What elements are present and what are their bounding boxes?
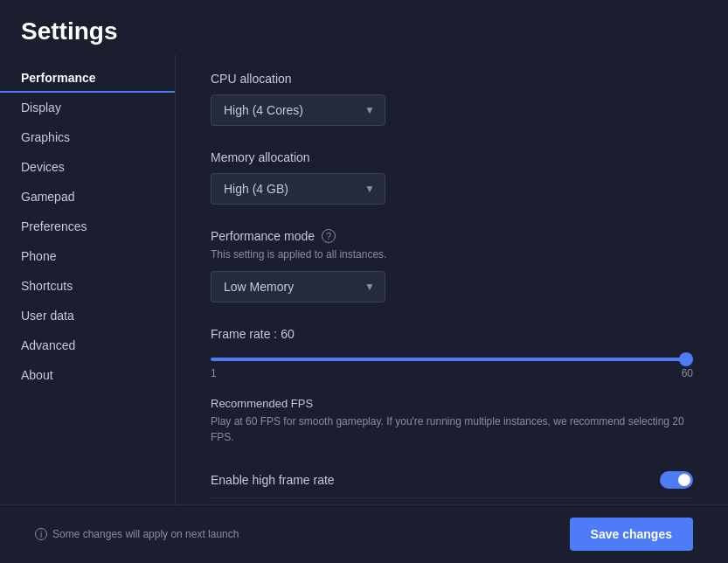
cpu-allocation-select[interactable]: Low (1 Core) Medium (2 Cores) High (4 Co…	[211, 94, 385, 126]
sidebar-item-shortcuts[interactable]: Shortcuts	[0, 271, 175, 301]
save-button[interactable]: Save changes	[570, 518, 693, 551]
sidebar-item-performance[interactable]: Performance	[0, 63, 175, 93]
sidebar-item-devices[interactable]: Devices	[0, 152, 175, 182]
performance-mode-subtext: This setting is applied to all instances…	[211, 248, 693, 261]
frame-rate-slider[interactable]	[211, 358, 693, 361]
slider-max-label: 60	[682, 367, 693, 379]
toggles-section: Enable high frame rate Enable VSync (to …	[211, 462, 693, 504]
header: Settings	[0, 0, 728, 54]
frame-rate-value: 60	[281, 327, 295, 341]
sidebar-item-about[interactable]: About	[0, 360, 175, 390]
toggle-row-vsync: Enable VSync (to prevent screen tearing)	[211, 498, 693, 504]
sidebar-item-phone[interactable]: Phone	[0, 241, 175, 271]
frame-rate-section: Frame rate : 60 1 60	[211, 327, 693, 379]
sidebar-item-advanced[interactable]: Advanced	[0, 330, 175, 360]
main-layout: Performance Display Graphics Devices Gam…	[0, 54, 728, 504]
performance-mode-help-icon[interactable]: ?	[322, 229, 336, 243]
memory-allocation-section: Memory allocation Low (1 GB) Medium (2 G…	[211, 150, 693, 205]
footer-note-text: Some changes will apply on next launch	[52, 528, 239, 540]
info-icon: i	[35, 528, 47, 540]
performance-mode-section: Performance mode ? This setting is appli…	[211, 229, 693, 302]
footer-note: i Some changes will apply on next launch	[35, 528, 239, 540]
slider-minmax: 1 60	[211, 367, 693, 379]
toggle-high-frame-rate[interactable]	[660, 471, 693, 489]
fps-rec-desc: Play at 60 FPS for smooth gameplay. If y…	[211, 414, 693, 445]
memory-allocation-select[interactable]: Low (1 GB) Medium (2 GB) High (4 GB) Ult…	[211, 173, 385, 205]
performance-mode-header: Performance mode ?	[211, 229, 693, 243]
cpu-allocation-section: CPU allocation Low (1 Core) Medium (2 Co…	[211, 72, 693, 126]
frame-rate-slider-container	[211, 350, 693, 364]
sidebar: Performance Display Graphics Devices Gam…	[0, 54, 175, 504]
cpu-allocation-select-wrapper: Low (1 Core) Medium (2 Cores) High (4 Co…	[211, 94, 385, 126]
performance-mode-select-wrapper: Low Memory Balanced High Performance ▼	[211, 271, 385, 302]
app-title: Settings	[21, 17, 707, 45]
sidebar-item-display[interactable]: Display	[0, 93, 175, 122]
frame-rate-label-prefix: Frame rate :	[211, 327, 281, 341]
sidebar-item-gamepad[interactable]: Gamepad	[0, 182, 175, 212]
app-container: Settings Performance Display Graphics De…	[0, 0, 728, 563]
performance-mode-select[interactable]: Low Memory Balanced High Performance	[211, 271, 385, 302]
sidebar-item-graphics[interactable]: Graphics	[0, 122, 175, 152]
memory-allocation-label: Memory allocation	[211, 150, 693, 164]
memory-allocation-select-wrapper: Low (1 GB) Medium (2 GB) High (4 GB) Ult…	[211, 173, 385, 205]
sidebar-item-preferences[interactable]: Preferences	[0, 212, 175, 241]
fps-recommendation: Recommended FPS Play at 60 FPS for smoot…	[211, 397, 693, 445]
slider-min-label: 1	[211, 367, 217, 379]
toggle-row-high-frame-rate: Enable high frame rate	[211, 462, 693, 498]
sidebar-item-user-data[interactable]: User data	[0, 301, 175, 330]
footer: i Some changes will apply on next launch…	[0, 504, 728, 563]
performance-mode-label: Performance mode	[211, 229, 315, 243]
frame-rate-label: Frame rate : 60	[211, 327, 693, 341]
fps-rec-title: Recommended FPS	[211, 397, 693, 410]
content-area: CPU allocation Low (1 Core) Medium (2 Co…	[175, 54, 728, 504]
toggle-label-high-frame-rate: Enable high frame rate	[211, 473, 335, 487]
cpu-allocation-label: CPU allocation	[211, 72, 693, 86]
